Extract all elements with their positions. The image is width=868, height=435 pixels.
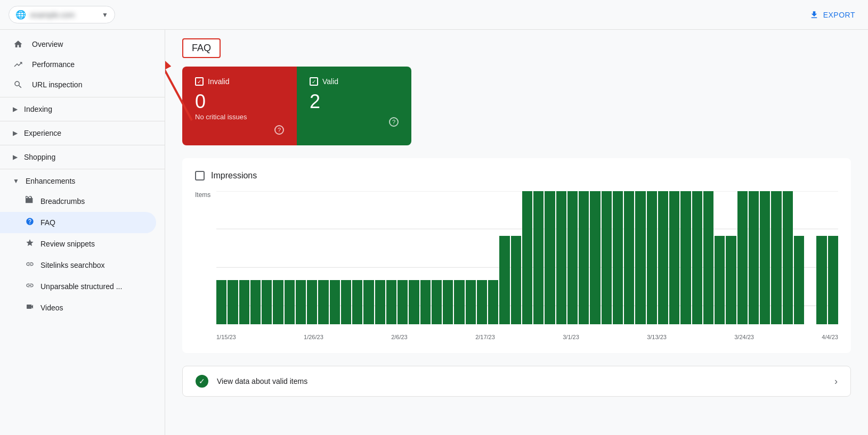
content-body: ✓ Invalid 0 No critical issues ? ✓ Valid… xyxy=(165,67,868,414)
chart-bar xyxy=(522,191,532,324)
export-button[interactable]: EXPORT xyxy=(809,10,855,20)
valid-count: 2 xyxy=(310,90,399,113)
chart-bar xyxy=(375,280,385,324)
sidebar-item-videos[interactable]: Videos xyxy=(0,297,156,318)
impressions-checkbox[interactable] xyxy=(195,171,205,180)
chart-bar xyxy=(794,236,804,325)
chart-bar xyxy=(511,236,521,325)
url-inspection-label: URL inspection xyxy=(32,80,82,89)
chart-bar xyxy=(624,191,634,324)
chart-bar xyxy=(262,280,272,324)
export-label: EXPORT xyxy=(823,11,855,19)
chart-section: Impressions Items 0 1 2 3 xyxy=(182,158,851,353)
sidebar-item-overview[interactable]: Overview xyxy=(0,34,156,54)
chart-bar xyxy=(692,191,702,324)
chart-bar xyxy=(726,236,736,325)
chart-bar xyxy=(443,280,453,324)
chart-bar xyxy=(602,191,612,324)
chevron-right-indexing-icon: ▶ xyxy=(13,105,18,113)
sidebar-item-review-snippets[interactable]: Review snippets xyxy=(0,233,156,255)
indexing-label: Indexing xyxy=(24,105,52,113)
chart-bar xyxy=(386,280,396,324)
chart-bar xyxy=(318,280,328,324)
experience-label: Experience xyxy=(24,129,61,137)
main-layout: Overview Performance URL inspection ▶ In… xyxy=(0,30,868,435)
chart-bar xyxy=(737,191,748,324)
divider-1 xyxy=(0,97,165,97)
impressions-row: Impressions xyxy=(195,171,838,180)
chevron-down-enhancements-icon: ▼ xyxy=(13,177,19,185)
chart-x-label: 1/26/23 xyxy=(304,334,323,340)
chart-bar xyxy=(590,191,600,324)
chart-bar xyxy=(477,280,487,324)
chart-bar xyxy=(680,191,691,324)
chart-bar xyxy=(409,280,419,324)
chart-bar xyxy=(556,191,566,324)
valid-card-header: ✓ Valid xyxy=(310,77,399,86)
sidebar-item-shopping[interactable]: ▶ Shopping xyxy=(0,147,165,167)
chart-bar xyxy=(454,280,464,324)
chart-bar xyxy=(499,236,509,325)
sidebar-item-url-inspection[interactable]: URL inspection xyxy=(0,75,156,95)
chart-bar xyxy=(341,280,351,324)
sidebar-item-indexing[interactable]: ▶ Indexing xyxy=(0,100,165,119)
property-text: example.com xyxy=(30,11,98,19)
sitelinks-icon xyxy=(26,260,34,270)
help-icon-valid[interactable]: ? xyxy=(389,117,399,127)
sidebar-item-faq[interactable]: FAQ xyxy=(0,212,156,233)
no-critical-issues: No critical issues xyxy=(195,113,284,121)
chart-bar xyxy=(533,191,543,324)
invalid-label: Invalid xyxy=(208,77,229,86)
help-icon-invalid[interactable]: ? xyxy=(274,125,284,135)
view-data-text: View data about valid items xyxy=(217,377,826,385)
sidebar-item-experience[interactable]: ▶ Experience xyxy=(0,124,165,143)
divider-4 xyxy=(0,169,165,169)
sitelinks-label: Sitelinks searchbox xyxy=(40,261,105,269)
chart-bar xyxy=(567,191,578,324)
globe-icon: 🌐 xyxy=(15,10,26,20)
chart-x-label: 1/15/23 xyxy=(216,334,236,340)
sidebar-item-performance[interactable]: Performance xyxy=(0,54,156,75)
chart-bar xyxy=(760,191,770,324)
sidebar-item-sitelinks[interactable]: Sitelinks searchbox xyxy=(0,255,156,276)
green-check-icon: ✓ xyxy=(196,375,208,388)
property-selector[interactable]: 🌐 example.com ▼ xyxy=(9,6,115,23)
chart-bar xyxy=(749,191,759,324)
chart-bar xyxy=(296,280,306,324)
chart-bar xyxy=(816,236,826,325)
sidebar-item-unparsable[interactable]: Unparsable structured ... xyxy=(0,276,156,297)
chart-bar xyxy=(579,191,589,324)
performance-icon xyxy=(13,60,23,69)
chart-bar xyxy=(352,280,362,324)
chart-bar xyxy=(488,280,498,324)
sidebar-item-breadcrumbs[interactable]: Breadcrumbs xyxy=(0,191,156,212)
divider-2 xyxy=(0,121,165,121)
invalid-checkbox-icon: ✓ xyxy=(195,77,204,86)
breadcrumbs-icon xyxy=(26,196,34,207)
status-cards: ✓ Invalid 0 No critical issues ? ✓ Valid… xyxy=(182,67,411,145)
enhancements-label: Enhancements xyxy=(26,177,75,185)
chart-bar xyxy=(647,191,657,324)
page-title[interactable]: FAQ xyxy=(182,38,221,58)
sidebar: Overview Performance URL inspection ▶ In… xyxy=(0,30,165,435)
chart-bar xyxy=(783,191,793,324)
chart-bar xyxy=(250,280,261,324)
chart-bar xyxy=(228,280,238,324)
videos-icon xyxy=(26,302,34,313)
view-data-link[interactable]: ✓ View data about valid items › xyxy=(182,366,851,397)
search-icon xyxy=(13,80,23,89)
page-header: FAQ xyxy=(165,30,868,67)
valid-card: ✓ Valid 2 ? xyxy=(297,67,411,145)
chevron-right-shopping-icon: ▶ xyxy=(13,153,18,161)
chart-x-label: 2/17/23 xyxy=(475,334,495,340)
unparsable-label: Unparsable structured ... xyxy=(40,282,122,291)
home-icon xyxy=(13,39,23,49)
content-area: FAQ ✓ Invalid 0 No critical issues ? xyxy=(165,30,868,435)
overview-label: Overview xyxy=(32,40,63,48)
performance-label: Performance xyxy=(32,60,75,69)
shopping-label: Shopping xyxy=(24,153,55,161)
chart-bar xyxy=(613,191,623,324)
chart-x-label: 2/6/23 xyxy=(391,334,408,340)
sidebar-item-enhancements[interactable]: ▼ Enhancements xyxy=(0,171,165,191)
chart-x-label: 3/13/23 xyxy=(647,334,667,340)
